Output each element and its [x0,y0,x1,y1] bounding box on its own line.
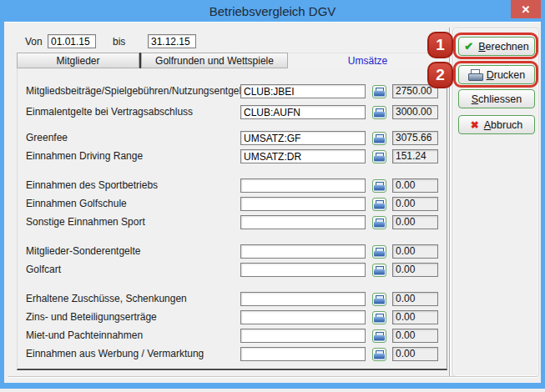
form-row: Einnahmen Driving Range 151.24 [18,149,447,163]
field-label: Einnahmen des Sportbetriebs [26,178,158,193]
printer-icon [374,295,385,304]
date-to-label: bis [113,36,125,48]
printer-icon [374,153,385,162]
field-label: Einnahmen Driving Range [26,149,143,163]
account-code-input[interactable] [240,105,366,119]
field-label: Mitglieder-Sonderentgelte [26,244,140,259]
schliessen-label: Schliessen [472,93,522,105]
account-print-button[interactable] [372,106,386,119]
cancel-x-icon: ✖ [471,120,479,130]
account-print-button[interactable] [372,264,386,277]
field-label: Mitgliedsbeiträge/Spielgebühren/Nutzungs… [26,84,250,98]
abbruch-label: Abbruch [484,119,523,131]
account-code-input[interactable] [240,197,366,211]
account-code-input[interactable] [240,329,366,343]
amount-field: 0.00 [392,215,438,229]
amount-field: 0.00 [392,292,438,306]
account-code-input[interactable] [240,347,366,361]
printer-icon [374,88,385,97]
printer-icon [374,200,385,209]
printer-icon [468,69,482,81]
field-label: Einnahmen aus Werbung / Vermarktung [26,347,204,361]
printer-icon [374,108,385,118]
form-row: Greenfee 3075.66 [18,131,447,145]
account-code-input[interactable] [240,84,366,98]
berechnen-label: Berechnen [478,41,528,53]
account-print-button[interactable] [372,245,386,259]
form-row: Einnahmen aus Werbung / Vermarktung 0.00 [18,347,447,361]
account-print-button[interactable] [372,179,386,193]
drucken-button[interactable]: Drucken [458,65,535,84]
account-print-button[interactable] [372,348,386,361]
close-icon[interactable]: ✕ [511,0,541,18]
account-print-button[interactable] [372,293,386,306]
account-print-button[interactable] [372,329,386,343]
printer-icon [374,248,385,257]
printer-icon [374,350,385,359]
date-to-input[interactable] [148,34,196,48]
schliessen-button[interactable]: Schliessen [458,89,535,108]
amount-field: 0.00 [392,310,438,324]
tab-golfrunden[interactable]: Golfrunden und Wettspiele [141,53,288,68]
account-code-input[interactable] [240,178,366,193]
form-row: Einnahmen Golfschule 0.00 [18,197,447,211]
titlebar[interactable]: Betriebsvergleich DGV [0,0,545,22]
field-label: Erhaltene Zuschüsse, Schenkungen [26,292,187,306]
account-print-button[interactable] [372,150,386,163]
field-label: Sonstige Einnahmen Sport [26,215,145,229]
form-row: Zins- und Beteiligungserträge 0.00 [18,310,447,324]
field-label: Einmalentgelte bei Vertragsabschluss [26,105,193,119]
printer-icon [374,134,385,143]
checkmark-icon: ✔ [464,41,473,52]
account-code-input[interactable] [240,131,366,145]
tab-mitglieder[interactable]: Mitglieder [17,53,139,68]
bottom-divider [8,376,537,377]
form-row: Miet-und Pachteinnahmen 0.00 [18,329,447,343]
amount-field: 3000.00 [392,105,438,119]
tab-page-umsaetze: Mitgliedsbeiträge/Spielgebühren/Nutzungs… [17,68,447,370]
abbruch-button[interactable]: ✖ Abbruch [458,115,535,134]
form-row: Mitglieder-Sonderentgelte 0.00 [18,244,447,259]
amount-field: 151.24 [392,149,438,163]
account-code-input[interactable] [240,149,366,163]
account-print-button[interactable] [372,216,386,229]
annotation-step-1: 1 [427,32,453,58]
account-code-input[interactable] [240,292,366,306]
account-print-button[interactable] [372,132,386,145]
amount-field: 3075.66 [392,131,438,145]
form-row: Einnahmen des Sportbetriebs 0.00 [18,178,447,193]
annotation-step-2: 2 [427,62,453,88]
account-code-input[interactable] [240,244,366,259]
account-code-input[interactable] [240,215,366,229]
form-row: Mitgliedsbeiträge/Spielgebühren/Nutzungs… [18,84,447,98]
dialog-title: Betriebsvergleich DGV [209,4,336,18]
account-code-input[interactable] [240,263,366,277]
account-code-input[interactable] [240,310,366,324]
form-row: Golfcart 0.00 [18,263,447,277]
amount-field: 0.00 [392,347,438,361]
date-from-input[interactable] [48,34,96,48]
field-label: Golfcart [26,263,61,277]
account-print-button[interactable] [372,85,386,98]
form-row: Erhaltene Zuschüsse, Schenkungen 0.00 [18,292,447,306]
tab-umsaetze[interactable]: Umsätze [288,53,447,68]
field-label: Miet-und Pachteinnahmen [26,329,143,343]
printer-icon [374,266,385,275]
amount-field: 0.00 [392,244,438,259]
printer-icon [374,332,385,341]
tab-strip: Mitglieder Golfrunden und Wettspiele Ums… [17,53,447,68]
printer-icon [374,314,385,323]
amount-field: 0.00 [392,263,438,277]
berechnen-button[interactable]: ✔ Berechnen [458,37,535,56]
form-row: Sonstige Einnahmen Sport 0.00 [18,215,447,229]
drucken-label: Drucken [487,69,526,81]
amount-field: 0.00 [392,178,438,193]
account-print-button[interactable] [372,311,386,324]
printer-icon [374,219,385,228]
dialog-body: Von bis Mitglieder Golfrunden und Wettsp… [4,22,541,383]
field-label: Einnahmen Golfschule [26,197,127,211]
dialog-window: Betriebsvergleich DGV ✕ Von bis Mitglied… [0,0,545,389]
printer-icon [374,182,385,191]
form-row: Einmalentgelte bei Vertragsabschluss 300… [18,105,447,119]
account-print-button[interactable] [372,198,386,211]
